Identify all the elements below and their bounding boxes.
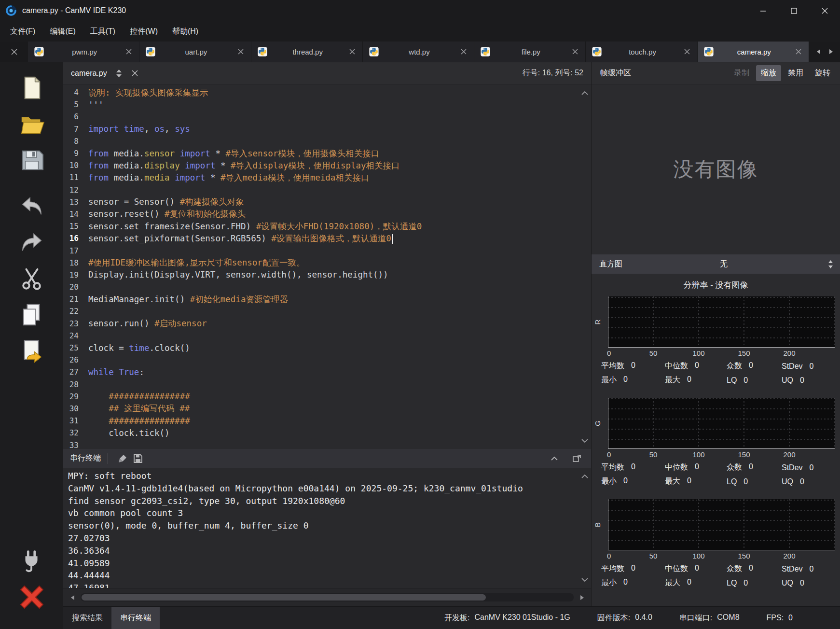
document-switch-button[interactable] <box>115 68 123 79</box>
code-text: Display.init(Display.VIRT, sensor.width(… <box>88 270 388 280</box>
serial-terminal-tab[interactable]: 串行终端 <box>111 607 160 629</box>
code-line[interactable]: 14sensor.reset() #复位和初始化摄像头 <box>63 208 591 220</box>
code-line[interactable]: 19Display.init(Display.VIRT, sensor.widt… <box>63 269 591 281</box>
code-line[interactable]: 31 ################ <box>63 415 591 427</box>
collapse-terminal-button[interactable] <box>547 451 562 466</box>
code-editor[interactable]: 4说明: 实现摄像头图像采集显示5'''67import time, os, s… <box>63 84 591 449</box>
scrollbar-track[interactable] <box>81 593 574 601</box>
tabbar-close-button[interactable] <box>0 42 28 62</box>
tab-thread-py[interactable]: thread.py <box>251 42 363 62</box>
menu-item[interactable]: 帮助(H) <box>165 21 206 42</box>
code-line[interactable]: 9from media.sensor import * #导入sensor模块，… <box>63 147 591 159</box>
minimize-button[interactable] <box>747 0 778 21</box>
popout-terminal-button[interactable] <box>569 451 584 466</box>
close-window-button[interactable] <box>809 0 840 21</box>
zoom-button[interactable]: 缩放 <box>756 65 781 81</box>
text-cursor <box>392 234 393 244</box>
histogram-mode-spinner[interactable] <box>825 259 836 270</box>
menu-item[interactable]: 控件(W) <box>123 21 165 42</box>
scroll-down-icon[interactable] <box>581 575 588 584</box>
tabs-scroll-right-button[interactable] <box>826 45 836 58</box>
tab-camera-py[interactable]: camera.py <box>698 42 809 62</box>
close-tab-icon[interactable] <box>571 47 579 56</box>
tab-file-py[interactable]: file.py <box>474 42 586 62</box>
horizontal-scrollbar[interactable] <box>63 588 591 606</box>
stat-value: 0 <box>623 476 628 487</box>
code-line[interactable]: 10from media.display import * #导入display… <box>63 159 591 171</box>
terminal-scrollbar[interactable] <box>580 472 589 584</box>
terminal-output[interactable]: MPY: soft rebootCanMV v1.4-11-gdb1d1e4(b… <box>63 468 591 588</box>
close-tab-icon[interactable] <box>236 47 245 56</box>
redo-button[interactable] <box>18 229 46 257</box>
code-line[interactable]: 7import time, os, sys <box>63 123 591 135</box>
tab-pwm-py[interactable]: pwm.py <box>28 42 139 62</box>
code-line[interactable]: 26 <box>63 354 591 366</box>
code-line[interactable]: 22 <box>63 305 591 317</box>
code-line[interactable]: 16sensor.set_pixformat(Sensor.RGB565) #设… <box>63 232 591 244</box>
save-log-button[interactable] <box>130 451 146 466</box>
code-line[interactable]: 23sensor.run() #启动sensor <box>63 318 591 330</box>
x-tick-label: 100 <box>692 450 704 459</box>
stats-row: 最小0最大0LQ0UQ0 <box>601 475 833 489</box>
close-tab-icon[interactable] <box>459 47 468 56</box>
code-line[interactable]: 27while True: <box>63 366 591 378</box>
menu-item[interactable]: 文件(F) <box>3 21 42 42</box>
tab-uart-py[interactable]: uart.py <box>139 42 251 62</box>
code-line[interactable]: 15sensor.set_framesize(Sensor.FHD) #设置帧大… <box>63 220 591 232</box>
scroll-up-icon[interactable] <box>581 88 588 97</box>
close-tab-icon[interactable] <box>348 47 357 56</box>
close-tab-icon[interactable] <box>794 47 803 56</box>
maximize-button[interactable] <box>778 0 809 21</box>
code-line[interactable]: 25clock = time.clock() <box>63 342 591 354</box>
menu-item[interactable]: 工具(T) <box>83 21 123 42</box>
code-line[interactable]: 6 <box>63 111 591 123</box>
code-line[interactable]: 30 ## 这里编写代码 ## <box>63 403 591 415</box>
tab-touch-py[interactable]: touch.py <box>586 42 697 62</box>
code-line[interactable]: 8 <box>63 135 591 147</box>
copy-button[interactable] <box>18 302 46 330</box>
scroll-down-icon[interactable] <box>581 436 588 445</box>
close-document-button[interactable] <box>131 69 139 77</box>
code-line[interactable]: 5''' <box>63 98 591 111</box>
stop-button[interactable] <box>18 584 46 612</box>
undo-button[interactable] <box>18 193 46 221</box>
rotate-button[interactable]: 旋转 <box>810 65 835 81</box>
code-line[interactable]: 17 <box>63 244 591 256</box>
code-line[interactable]: 4说明: 实现摄像头图像采集显示 <box>63 86 591 98</box>
code-line[interactable]: 28 <box>63 378 591 391</box>
new-file-button[interactable] <box>18 75 46 103</box>
connect-button[interactable] <box>18 548 46 576</box>
tab-wtd-py[interactable]: wtd.py <box>363 42 474 62</box>
code-line[interactable]: 33 <box>63 439 591 449</box>
open-file-button[interactable] <box>18 111 46 139</box>
scroll-left-icon[interactable] <box>68 593 77 602</box>
scroll-right-icon[interactable] <box>578 593 586 602</box>
code-line[interactable]: 32 clock.tick() <box>63 427 591 439</box>
python-file-icon <box>703 46 714 57</box>
scrollbar-thumb[interactable] <box>82 594 486 601</box>
code-line[interactable]: 21MediaManager.init() #初始化media资源管理器 <box>63 293 591 305</box>
code-line[interactable]: 24 <box>63 330 591 342</box>
code-line[interactable]: 13sensor = Sensor() #构建摄像头对象 <box>63 196 591 208</box>
code-line[interactable]: 29 ################ <box>63 391 591 403</box>
code-line[interactable]: 18#使用IDE缓冲区输出图像,显示尺寸和sensor配置一致。 <box>63 257 591 269</box>
code-line[interactable]: 11from media.media import * #导入media模块，使… <box>63 171 591 183</box>
search-results-tab[interactable]: 搜索结果 <box>63 607 111 629</box>
record-button[interactable]: 录制 <box>729 65 754 81</box>
tabs-scroll-left-button[interactable] <box>813 45 823 58</box>
save-file-button[interactable] <box>18 147 46 175</box>
menu-item[interactable]: 编辑(E) <box>42 21 83 42</box>
cut-button[interactable] <box>18 266 46 294</box>
paste-button[interactable] <box>18 338 46 366</box>
code-text: sensor = Sensor() #构建摄像头对象 <box>88 196 244 208</box>
code-line[interactable]: 20 <box>63 281 591 293</box>
clear-terminal-button[interactable] <box>115 451 130 466</box>
editor-scrollbar[interactable] <box>580 88 589 445</box>
histogram-mode-select[interactable]: 无 <box>622 259 825 269</box>
close-tab-icon[interactable] <box>683 47 691 56</box>
code-line[interactable]: 12 <box>63 184 591 196</box>
close-tab-icon[interactable] <box>124 47 133 56</box>
disable-button[interactable]: 禁用 <box>783 65 808 81</box>
stat-value: 0 <box>749 564 753 574</box>
scroll-up-icon[interactable] <box>581 472 588 480</box>
